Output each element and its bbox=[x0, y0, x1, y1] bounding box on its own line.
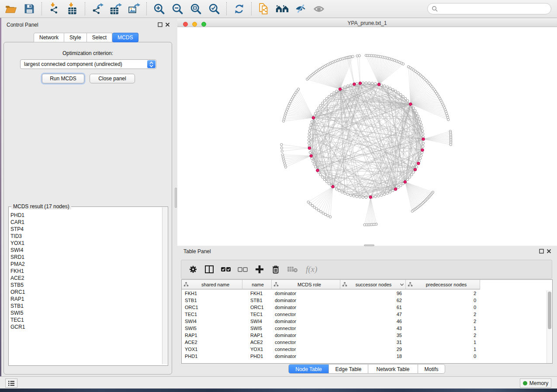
mcds-result-item[interactable]: ORC1 bbox=[10, 289, 25, 296]
delete-column-icon[interactable] bbox=[271, 265, 280, 274]
control-panel-title: Control Panel bbox=[7, 22, 38, 28]
table-row[interactable]: ORC1ORC1dominator610 bbox=[182, 304, 480, 311]
splitter-handle-vertical[interactable] bbox=[175, 188, 177, 208]
cell-shared-name: TEC1 bbox=[182, 311, 242, 318]
cell-shared-name: ACE2 bbox=[182, 339, 242, 346]
tab-edge-table[interactable]: Edge Table bbox=[329, 364, 368, 374]
dropdown-arrows-icon bbox=[147, 60, 156, 68]
show-hidden-icon[interactable] bbox=[310, 1, 328, 17]
float-icon[interactable] bbox=[158, 22, 163, 27]
import-table-icon[interactable] bbox=[63, 1, 82, 17]
tab-mcds[interactable]: MCDS bbox=[112, 33, 138, 42]
mcds-result-item[interactable]: ACE2 bbox=[10, 275, 25, 282]
cell-predecessor-nodes: 2 bbox=[406, 311, 480, 318]
mcds-result-item[interactable]: PHD1 bbox=[10, 212, 25, 219]
tab-node-table[interactable]: Node Table bbox=[289, 364, 329, 374]
toolbar-separator bbox=[42, 2, 42, 15]
mcds-result-item[interactable]: STB5 bbox=[10, 282, 25, 289]
mcds-result-item[interactable]: TEC1 bbox=[10, 316, 25, 323]
mcds-result-item[interactable]: GCR1 bbox=[10, 323, 25, 330]
cell-MCDS-role: dominator bbox=[272, 353, 340, 360]
network-canvas[interactable] bbox=[177, 27, 557, 246]
task-history-button[interactable] bbox=[5, 378, 17, 388]
column-header-shared-name[interactable]: shared name bbox=[182, 280, 242, 289]
run-mcds-button[interactable]: Run MCDS bbox=[42, 74, 84, 83]
table-settings-icon[interactable] bbox=[188, 265, 198, 274]
zoom-selected-icon[interactable] bbox=[205, 1, 223, 17]
mcds-result-item[interactable]: STP4 bbox=[10, 226, 25, 233]
memory-button[interactable]: Memory bbox=[520, 378, 551, 388]
float-icon[interactable] bbox=[539, 249, 544, 254]
table-panel-window-buttons bbox=[539, 249, 551, 254]
table-rows: FKH1FKH1dominator962STB1STB1dominator620… bbox=[182, 290, 480, 360]
mcds-result-item[interactable]: PMA2 bbox=[10, 261, 25, 268]
result-scrollbar[interactable] bbox=[162, 207, 167, 364]
export-image-icon[interactable] bbox=[125, 1, 143, 17]
panel-mode-icon[interactable] bbox=[204, 265, 214, 274]
mcds-result-item[interactable]: CAR1 bbox=[10, 219, 25, 226]
export-network-icon[interactable] bbox=[88, 1, 107, 17]
mcds-result-item[interactable]: TID3 bbox=[10, 233, 25, 240]
column-header-name[interactable]: name bbox=[242, 280, 272, 289]
cell-shared-name: ORC1 bbox=[182, 304, 242, 311]
select-all-icon[interactable] bbox=[221, 265, 231, 274]
column-header-successor-nodes[interactable]: successor nodes bbox=[340, 280, 406, 289]
zoom-out-icon[interactable] bbox=[168, 1, 187, 17]
scrollbar-thumb[interactable] bbox=[548, 292, 551, 329]
table-scrollbar[interactable] bbox=[547, 290, 552, 364]
delete-table-icon[interactable] bbox=[287, 265, 298, 274]
mcds-result-item[interactable]: STB1 bbox=[10, 303, 25, 309]
mcds-result-item[interactable]: SWI4 bbox=[10, 247, 25, 254]
cell-name: TEC1 bbox=[242, 311, 272, 318]
deselect-all-icon[interactable] bbox=[238, 265, 248, 274]
save-session-icon[interactable] bbox=[20, 1, 38, 17]
mcds-result-item[interactable]: YOX1 bbox=[10, 240, 25, 247]
cell-successor-nodes: 47 bbox=[340, 311, 406, 318]
column-header-predecessor-nodes[interactable]: predecessor nodes bbox=[406, 280, 480, 289]
zoom-in-icon[interactable] bbox=[150, 1, 168, 17]
column-header-MCDS-role[interactable]: MCDS role bbox=[272, 280, 340, 289]
open-session-icon[interactable] bbox=[2, 1, 20, 17]
control-panel-tabs: NetworkStyleSelectMCDS bbox=[34, 33, 138, 42]
table-row[interactable]: FKH1FKH1dominator962 bbox=[182, 290, 480, 297]
search-field[interactable] bbox=[427, 3, 551, 14]
cell-predecessor-nodes: 2 bbox=[406, 332, 480, 339]
table-row[interactable]: STB1STB1dominator620 bbox=[182, 297, 480, 304]
table-row[interactable]: SWI5SWI5connector431 bbox=[182, 325, 480, 332]
function-builder-icon[interactable]: f(x) bbox=[305, 264, 320, 275]
add-column-icon[interactable] bbox=[255, 265, 264, 274]
cell-name: FKH1 bbox=[242, 290, 272, 297]
table-row[interactable]: TEC1TEC1connector472 bbox=[182, 311, 480, 318]
cell-shared-name: STB1 bbox=[182, 297, 242, 304]
table-row[interactable]: PHD1PHD1dominator180 bbox=[182, 353, 480, 360]
tab-select[interactable]: Select bbox=[87, 33, 112, 42]
refresh-layout-icon[interactable] bbox=[230, 1, 248, 17]
cell-name: ORC1 bbox=[242, 304, 272, 311]
tab-motifs[interactable]: Motifs bbox=[418, 364, 445, 374]
close-panel-button[interactable]: Close panel bbox=[90, 74, 135, 83]
import-network-icon[interactable] bbox=[45, 1, 63, 17]
tab-network-table[interactable]: Network Table bbox=[368, 364, 418, 374]
tab-network[interactable]: Network bbox=[34, 33, 64, 42]
table-row[interactable]: SWI4SWI4dominator462 bbox=[182, 318, 480, 325]
mcds-result-item[interactable]: RAP1 bbox=[10, 296, 25, 303]
tab-style[interactable]: Style bbox=[64, 33, 87, 42]
table-row[interactable]: RAP1RAP1dominator352 bbox=[182, 332, 480, 339]
export-table-icon[interactable] bbox=[107, 1, 125, 17]
criterion-dropdown[interactable]: largest connected component (undirected) bbox=[20, 59, 156, 69]
copy-network-icon[interactable] bbox=[255, 1, 273, 17]
close-icon[interactable] bbox=[165, 22, 170, 27]
table-row[interactable]: YOX1YOX1connector291 bbox=[182, 346, 480, 353]
mcds-result-item[interactable]: SWI5 bbox=[10, 309, 25, 316]
table-row[interactable]: ACE2ACE2connector311 bbox=[182, 339, 480, 346]
table-header: shared namenameMCDS rolesuccessor nodesp… bbox=[182, 280, 480, 289]
close-icon[interactable] bbox=[547, 249, 551, 254]
mcds-result-item[interactable]: FKH1 bbox=[10, 268, 25, 275]
cell-predecessor-nodes: 0 bbox=[406, 353, 480, 360]
home-networks-icon[interactable] bbox=[273, 1, 291, 17]
mcds-result-item[interactable]: SRD1 bbox=[10, 254, 25, 261]
mcds-result-list[interactable]: PHD1CAR1STP4TID3YOX1SWI4SRD1PMA2FKH1ACE2… bbox=[10, 212, 25, 330]
zoom-fit-icon[interactable] bbox=[187, 1, 205, 17]
cell-successor-nodes: 35 bbox=[340, 332, 406, 339]
hide-selected-icon[interactable] bbox=[291, 1, 310, 17]
